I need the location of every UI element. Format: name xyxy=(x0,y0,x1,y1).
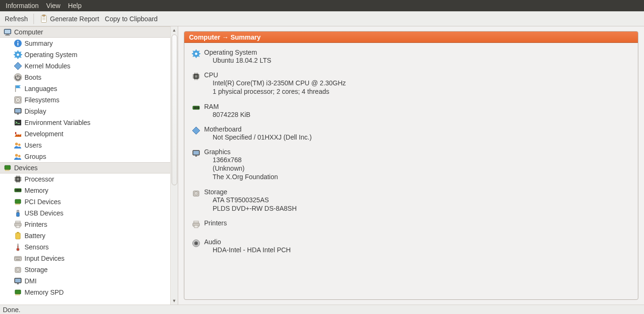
tree-label: DMI xyxy=(25,277,37,285)
section-printers: Printers xyxy=(191,219,631,230)
summary-panel: Computer → Summary Operating System Ubun… xyxy=(184,31,638,300)
tree-label: Sensors xyxy=(25,243,49,251)
tree-item-boots[interactable]: Boots xyxy=(0,72,171,83)
tree-label: Memory xyxy=(25,187,49,194)
section-line: Intel(R) Core(TM) i3-2350M CPU @ 2.30GHz xyxy=(213,79,631,87)
refresh-label: Refresh xyxy=(5,15,28,23)
tree-item-sensors[interactable]: Sensors xyxy=(0,241,171,253)
panel-header: Computer → Summary xyxy=(184,32,638,43)
tree-item-languages[interactable]: Languages xyxy=(0,83,171,94)
tree-item-dmi[interactable]: DMI xyxy=(0,275,171,287)
section-line: Ubuntu 18.04.2 LTS xyxy=(213,56,631,65)
toolbar-separator xyxy=(33,14,34,24)
chip-green-icon xyxy=(13,288,23,297)
tree-label: USB Devices xyxy=(25,209,63,217)
tree-item-storage[interactable]: Storage xyxy=(0,264,171,275)
tree-label: Printers xyxy=(25,221,47,228)
section-line: (Unknown) xyxy=(213,164,631,173)
section-title: Storage xyxy=(204,188,631,196)
section-ram: RAM 8074228 KiB xyxy=(191,103,631,119)
report-icon xyxy=(40,15,48,23)
tree-item-printers[interactable]: Printers xyxy=(0,219,171,230)
scroll-down-button[interactable]: ▼ xyxy=(171,297,178,305)
diamond-icon xyxy=(13,61,23,71)
sidebar: Computer Summary Operating System Kernel… xyxy=(0,26,178,305)
tree-item-env-vars[interactable]: Environment Variables xyxy=(0,117,171,128)
tree-label: Devices xyxy=(14,164,38,172)
menu-help[interactable]: Help xyxy=(64,0,85,11)
keyboard-icon xyxy=(13,254,23,263)
tree-item-input-devices[interactable]: Input Devices xyxy=(0,253,171,264)
hdd-icon xyxy=(191,188,201,198)
tree-label: Input Devices xyxy=(25,255,65,262)
chip-green-icon xyxy=(13,197,23,207)
usb-icon xyxy=(13,208,23,218)
tree-label: Filesystems xyxy=(25,96,59,104)
tree-label: Display xyxy=(25,107,46,115)
section-title: CPU xyxy=(204,71,631,79)
section-title: Audio xyxy=(204,238,631,246)
tree-label: Computer xyxy=(14,28,43,36)
tree-item-users[interactable]: Users xyxy=(0,140,171,151)
tree-label: Processor xyxy=(25,175,54,183)
battery-icon xyxy=(13,231,23,240)
copy-to-clipboard-button[interactable]: Copy to Clipboard xyxy=(102,11,160,26)
diamond-icon xyxy=(191,125,201,136)
section-title: Printers xyxy=(204,219,631,227)
tree-label: Groups xyxy=(25,153,46,160)
tree-label: Kernel Modules xyxy=(25,62,70,70)
tree-item-display[interactable]: Display xyxy=(0,106,171,117)
tree-item-usb-devices[interactable]: USB Devices xyxy=(0,207,171,219)
menu-information[interactable]: Information xyxy=(2,0,42,11)
content: Computer → Summary Operating System Ubun… xyxy=(178,26,644,305)
section-line: 1 physical processor; 2 cores; 4 threads xyxy=(213,87,631,96)
tree-item-pci-devices[interactable]: PCI Devices xyxy=(0,196,171,207)
toolbar: Refresh Generate Report Copy to Clipboar… xyxy=(0,11,644,26)
printer-icon xyxy=(191,219,201,230)
generate-report-button[interactable]: Generate Report xyxy=(37,11,102,26)
scrollbar[interactable]: ▲ ▼ xyxy=(170,26,178,305)
scroll-track-gap xyxy=(171,186,178,297)
display-icon xyxy=(13,107,23,116)
gear-icon xyxy=(191,49,201,59)
tree-label: Operating System xyxy=(25,51,77,58)
tree-label: PCI Devices xyxy=(25,198,61,206)
scroll-thumb[interactable] xyxy=(172,34,177,185)
tree-item-kernel-modules[interactable]: Kernel Modules xyxy=(0,60,171,72)
terminal-icon xyxy=(13,118,23,127)
section-line: Not Specified / 01HXXJ (Dell Inc.) xyxy=(213,133,631,141)
tree-root-devices[interactable]: Devices xyxy=(0,162,171,174)
section-title: Operating System xyxy=(204,49,631,56)
menu-view[interactable]: View xyxy=(42,0,64,11)
gear-icon xyxy=(13,50,23,59)
tree-item-battery[interactable]: Battery xyxy=(0,230,171,241)
tree-label: Summary xyxy=(25,40,53,47)
factory-icon xyxy=(13,129,23,139)
tree-label: Memory SPD xyxy=(25,289,64,296)
section-title: Motherboard xyxy=(204,125,631,133)
tree-label: Storage xyxy=(25,266,48,273)
tree-item-filesystems[interactable]: Filesystems xyxy=(0,94,171,106)
printer-icon xyxy=(13,220,23,229)
power-icon xyxy=(13,73,23,82)
tree-item-memory-spd[interactable]: Memory SPD xyxy=(0,287,171,298)
section-title: RAM xyxy=(204,103,631,110)
chip-icon xyxy=(191,71,201,82)
tree-item-groups[interactable]: Groups xyxy=(0,151,171,162)
refresh-button[interactable]: Refresh xyxy=(2,11,31,26)
monitor-icon xyxy=(3,27,12,37)
tree-item-memory[interactable]: Memory xyxy=(0,185,171,196)
tree-label: Languages xyxy=(25,85,57,92)
tree-item-development[interactable]: Development xyxy=(0,128,171,140)
tree-item-processor[interactable]: Processor xyxy=(0,174,171,185)
thermometer-icon xyxy=(13,242,23,252)
tree-item-summary[interactable]: Summary xyxy=(0,38,171,49)
info-icon xyxy=(13,39,23,48)
tree-item-operating-system[interactable]: Operating System xyxy=(0,49,171,60)
section-cpu: CPU Intel(R) Core(TM) i3-2350M CPU @ 2.3… xyxy=(191,71,631,96)
scroll-up-button[interactable]: ▲ xyxy=(171,26,178,34)
tree-label: Development xyxy=(25,130,64,138)
tree-root-computer[interactable]: Computer xyxy=(0,26,171,38)
section-storage: Storage ATA ST9500325AS PLDS DVD+-RW DS-… xyxy=(191,188,631,213)
ram-icon xyxy=(13,186,23,195)
